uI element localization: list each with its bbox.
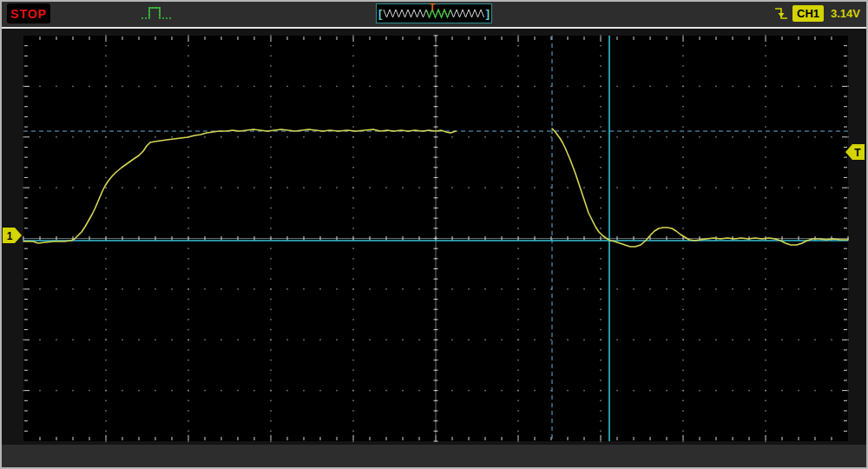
grid-dot	[39, 86, 41, 88]
grid-dot	[765, 96, 766, 97]
grid-dot	[748, 86, 750, 88]
grid-dot	[765, 440, 766, 442]
grid-dot	[517, 106, 519, 108]
preview-trigger-position-marker[interactable]: T	[430, 3, 435, 12]
grid-dot	[715, 288, 717, 290]
grid-dot	[352, 208, 354, 209]
grid-dot	[831, 288, 832, 290]
grid-dot	[23, 136, 24, 138]
grid-dot	[187, 167, 189, 168]
grid-dot	[270, 126, 272, 128]
grid-dot	[418, 288, 420, 290]
grid-dot	[138, 340, 140, 341]
grid-dot	[517, 35, 519, 36]
grid-dot	[105, 248, 107, 249]
grid-dot	[781, 136, 783, 138]
preview-right-bracket[interactable]: ]	[486, 6, 490, 21]
grid-dot	[270, 370, 272, 372]
preview-left-bracket[interactable]: [	[378, 6, 382, 21]
grid-dot	[187, 147, 189, 149]
grid-dot	[682, 268, 684, 270]
grid-dot	[138, 187, 140, 188]
grid-dot	[105, 136, 107, 138]
grid-dot	[105, 420, 107, 422]
grid-dot	[831, 136, 832, 138]
trigger-level-readout[interactable]: 3.14V	[831, 5, 860, 22]
grid-dot	[352, 136, 354, 138]
grid-dot	[600, 370, 602, 372]
grid-dot	[303, 288, 305, 290]
grid-dot	[517, 228, 519, 229]
grid-dot	[682, 177, 684, 179]
grid-dot	[270, 420, 272, 422]
topbar-separator-line	[0, 27, 868, 29]
grid-dot	[187, 268, 189, 270]
grid-dot	[89, 136, 90, 138]
grid-dot	[847, 136, 849, 138]
grid-dot	[352, 35, 354, 36]
grid-dot	[105, 147, 107, 149]
grid-dot	[303, 187, 305, 188]
grid-dot	[781, 340, 783, 341]
grid-dot	[352, 76, 354, 77]
grid-dot	[517, 65, 519, 67]
grid-dot	[616, 390, 618, 392]
grid-dot	[765, 167, 766, 168]
grid-dot	[105, 187, 107, 188]
grid-dot	[352, 116, 354, 118]
grid-dot	[171, 340, 173, 341]
grid-dot	[237, 187, 239, 188]
grid-dot	[600, 308, 602, 310]
grid-dot	[187, 431, 189, 433]
grid-dot	[682, 340, 684, 341]
grid-dot	[286, 187, 288, 188]
grid-dot	[352, 268, 354, 270]
grid-dot	[517, 360, 519, 361]
trigger-source-badge[interactable]: CH1	[792, 5, 824, 22]
grid-dot	[89, 340, 90, 341]
grid-dot	[23, 86, 24, 88]
grid-dot	[699, 340, 700, 341]
grid-dot	[501, 136, 503, 138]
trigger-type-pulse-icon[interactable]	[139, 3, 174, 23]
grid-dot	[187, 390, 189, 392]
grid-dot	[501, 86, 503, 88]
grid-dot	[105, 278, 107, 280]
grid-dot	[748, 288, 750, 290]
grid-dot	[105, 156, 107, 158]
grid-dot	[270, 156, 272, 158]
grid-dot	[352, 258, 354, 260]
horizontal-waveform-preview[interactable]: [ ] T	[376, 3, 492, 23]
grid-dot	[270, 248, 272, 249]
grid-dot	[105, 177, 107, 179]
grid-dot	[600, 299, 602, 301]
grid-dot	[187, 208, 189, 209]
grid-dot	[105, 288, 107, 290]
grid-dot	[600, 208, 602, 209]
grid-dot	[187, 258, 189, 260]
grid-dot	[72, 136, 74, 138]
grid-dot	[600, 390, 602, 392]
grid-dot	[270, 167, 272, 168]
grid-dot	[831, 390, 832, 392]
grid-dot	[484, 340, 486, 341]
grid-dot	[56, 340, 57, 341]
grid-dot	[765, 360, 766, 361]
grid-dot	[600, 76, 602, 77]
grid-dot	[237, 86, 239, 88]
grid-dot	[270, 390, 272, 392]
grid-dot	[105, 106, 107, 108]
grid-dot	[352, 187, 354, 188]
grid-dot	[583, 288, 585, 290]
acquisition-status-badge[interactable]: STOP	[7, 3, 50, 23]
grid-dot	[633, 340, 635, 341]
grid-dot	[105, 116, 107, 118]
grid-dot	[649, 136, 651, 138]
grid-dot	[187, 177, 189, 179]
grid-dot	[517, 187, 519, 188]
grid-dot	[56, 390, 57, 392]
grid-dot	[814, 86, 816, 88]
grid-dot	[72, 288, 74, 290]
grid-dot	[451, 187, 453, 188]
grid-dot	[187, 187, 189, 188]
